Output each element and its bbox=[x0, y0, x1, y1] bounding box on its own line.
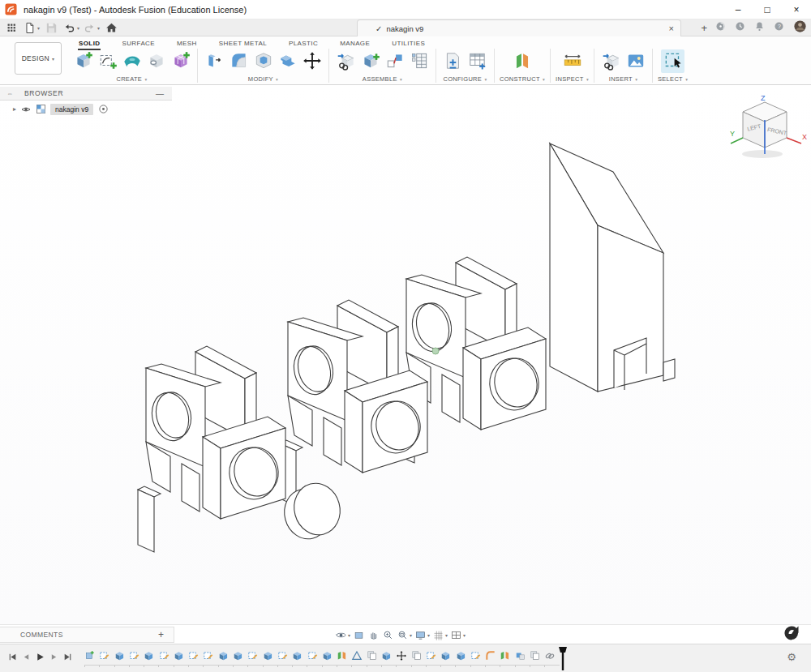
timeline-feature-extrude[interactable] bbox=[114, 650, 126, 661]
capsule-module-3[interactable] bbox=[463, 348, 481, 430]
timeline-feature-loft[interactable] bbox=[351, 650, 363, 661]
timeline-feature-sketch[interactable] bbox=[99, 650, 110, 661]
move-tool-button[interactable] bbox=[300, 49, 324, 73]
save-button[interactable] bbox=[43, 21, 59, 36]
config-sheet-tool-button[interactable] bbox=[441, 49, 465, 73]
grid-button[interactable]: ▾ bbox=[432, 629, 448, 641]
close-button[interactable]: × bbox=[782, 0, 811, 19]
look-at-button[interactable] bbox=[353, 629, 365, 641]
zoom-button[interactable] bbox=[382, 629, 394, 641]
notifications-icon[interactable] bbox=[753, 20, 766, 36]
timeline-feature-combine[interactable] bbox=[515, 650, 526, 661]
timeline-feature-extrude[interactable] bbox=[144, 650, 155, 661]
redo-button[interactable]: ▾ bbox=[83, 21, 100, 36]
timeline-settings-gear-icon[interactable]: ⚙ bbox=[787, 651, 796, 663]
step-forward-button[interactable] bbox=[48, 651, 59, 662]
avatar[interactable] bbox=[792, 19, 808, 37]
timeline-feature-extrude[interactable] bbox=[322, 650, 333, 661]
viewport-canvas[interactable]: ⇔ BROWSER — ▸ nakagin v9 bbox=[0, 85, 811, 624]
timeline-feature-move[interactable] bbox=[396, 650, 407, 661]
capsule-module-2[interactable] bbox=[324, 417, 341, 465]
construct-plane-tool-button[interactable] bbox=[511, 49, 534, 73]
extensions-icon[interactable] bbox=[714, 20, 727, 36]
timeline-feature-paste[interactable] bbox=[411, 650, 423, 661]
image-tool-button[interactable] bbox=[624, 49, 647, 73]
add-comment-button[interactable]: + bbox=[158, 629, 164, 640]
browser-item-label[interactable]: nakagin v9 bbox=[50, 104, 93, 115]
tower-body[interactable] bbox=[663, 359, 675, 381]
capsule-module-1[interactable] bbox=[203, 437, 221, 519]
history-icon[interactable] bbox=[734, 20, 746, 36]
minimize-button[interactable]: – bbox=[723, 0, 753, 19]
go-to-start-button[interactable] bbox=[6, 651, 18, 662]
insert-derive-tool-button[interactable] bbox=[599, 49, 623, 73]
group-label-select[interactable]: SELECT ▾ bbox=[658, 75, 688, 83]
timeline-feature-sketch[interactable] bbox=[307, 650, 319, 661]
display-settings-button[interactable]: ▾ bbox=[414, 629, 430, 641]
insert-derive-tool-button[interactable] bbox=[334, 49, 358, 73]
expand-chevron-icon[interactable]: ▸ bbox=[13, 105, 16, 113]
group-label-assemble[interactable]: ASSEMBLE ▾ bbox=[363, 75, 402, 83]
create-sketch-tool-button[interactable] bbox=[96, 49, 119, 73]
timeline-feature-extrude[interactable] bbox=[440, 650, 452, 661]
new-body-tool-button[interactable] bbox=[71, 49, 95, 73]
step-back-button[interactable] bbox=[20, 651, 32, 662]
visibility-eye-icon[interactable] bbox=[20, 104, 32, 115]
select-tool-button[interactable] bbox=[661, 49, 684, 73]
pan-button[interactable] bbox=[367, 629, 380, 641]
group-label-configure[interactable]: CONFIGURE ▾ bbox=[443, 75, 487, 83]
timeline-feature-extrude[interactable] bbox=[381, 650, 393, 661]
timeline-playhead[interactable] bbox=[558, 647, 568, 671]
timeline-feature-sketch[interactable] bbox=[247, 650, 259, 661]
group-label-insert[interactable]: INSERT ▾ bbox=[609, 75, 637, 83]
browser-minimize-button[interactable]: — bbox=[156, 89, 164, 98]
timeline-feature-fillet[interactable] bbox=[485, 650, 496, 661]
browser-item-root[interactable]: ▸ nakagin v9 bbox=[0, 102, 172, 116]
capsule-module-1[interactable] bbox=[138, 490, 154, 552]
orbit-button[interactable]: ▾ bbox=[335, 629, 350, 641]
timeline-feature-plane[interactable] bbox=[500, 650, 511, 661]
new-component-tool-button[interactable] bbox=[358, 49, 382, 73]
file-button[interactable]: ▾ bbox=[23, 21, 40, 36]
group-label-inspect[interactable]: INSPECT ▾ bbox=[556, 75, 589, 83]
timeline-feature-plane[interactable] bbox=[337, 650, 348, 661]
play-button[interactable] bbox=[34, 651, 45, 662]
viewports-button[interactable]: ▾ bbox=[450, 629, 466, 641]
timeline-feature-component[interactable] bbox=[84, 650, 96, 661]
home-button[interactable] bbox=[103, 21, 119, 36]
timeline-feature-link[interactable] bbox=[544, 650, 556, 661]
timeline-feature-extrude[interactable] bbox=[456, 650, 467, 661]
capsule-module-1[interactable] bbox=[182, 464, 200, 511]
timeline-feature-extrude[interactable] bbox=[233, 650, 244, 661]
workspace-selector[interactable]: DESIGN ▾ bbox=[15, 42, 62, 75]
view-cube[interactable]: Z Y X LEFT FRONT bbox=[728, 89, 809, 164]
maximize-button[interactable]: □ bbox=[753, 0, 782, 19]
timeline-track[interactable] bbox=[84, 665, 560, 667]
press-pull-tool-button[interactable] bbox=[203, 49, 226, 73]
comments-panel[interactable]: COMMENTS + bbox=[0, 627, 174, 643]
timeline-feature-sketch[interactable] bbox=[188, 650, 200, 661]
document-tab[interactable]: ✓ nakagin v9 × bbox=[357, 19, 681, 36]
go-to-end-button[interactable] bbox=[62, 651, 73, 662]
timeline-feature-sketch[interactable] bbox=[129, 650, 140, 661]
undo-button[interactable]: ▾ bbox=[62, 21, 79, 36]
combine-tool-button[interactable] bbox=[276, 49, 299, 73]
bom-tool-button[interactable] bbox=[407, 49, 431, 73]
timeline-feature-sketch[interactable] bbox=[203, 650, 214, 661]
capsule-module-3[interactable] bbox=[442, 375, 460, 422]
new-tab-button[interactable]: + bbox=[701, 22, 707, 34]
timeline-feature-sketch[interactable] bbox=[426, 650, 437, 661]
form-tool-button[interactable] bbox=[120, 49, 144, 73]
timeline-feature-sketch[interactable] bbox=[470, 650, 482, 661]
timeline-feature-paste[interactable] bbox=[530, 650, 541, 661]
help-icon[interactable]: ? bbox=[773, 20, 785, 36]
sketch-point[interactable] bbox=[432, 348, 439, 354]
tab-close-icon[interactable]: × bbox=[669, 24, 674, 33]
dock-icon[interactable]: ⇔ bbox=[6, 90, 13, 97]
joint-tool-button[interactable] bbox=[383, 49, 406, 73]
capsule-module-2[interactable] bbox=[345, 391, 363, 473]
group-label-construct[interactable]: CONSTRUCT ▾ bbox=[500, 75, 545, 83]
timeline-feature-extrude[interactable] bbox=[263, 650, 274, 661]
activate-target-icon[interactable] bbox=[98, 104, 109, 114]
measure-tool-button[interactable] bbox=[560, 49, 584, 73]
